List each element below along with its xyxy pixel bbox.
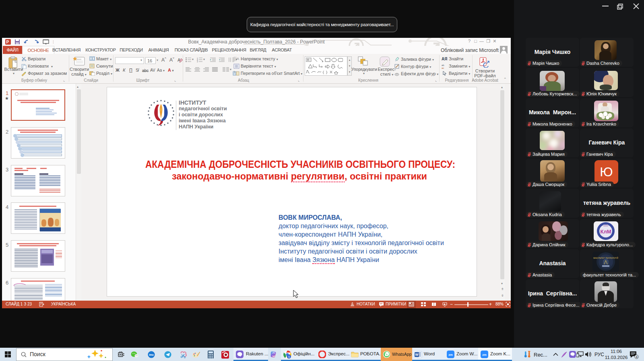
svg-text:4: 4 (636, 355, 638, 359)
svg-text:ac: ac (442, 67, 444, 69)
svg-text:S: S (288, 355, 290, 358)
svg-text:zm: zm (482, 353, 487, 357)
svg-text:АЯ: АЯ (442, 57, 447, 61)
svg-text:3: 3 (197, 60, 198, 62)
svg-text:W: W (415, 353, 419, 357)
svg-text:⋮: ⋮ (52, 40, 54, 44)
svg-text:zm: zm (448, 353, 453, 357)
svg-text:A: A (237, 57, 239, 61)
svg-text:imo: imo (149, 353, 154, 356)
svg-text:P: P (6, 40, 9, 44)
svg-text:ab: ab (442, 64, 444, 66)
svg-text:8: 8 (577, 351, 578, 354)
svg-text:КлМ: КлМ (600, 229, 611, 235)
